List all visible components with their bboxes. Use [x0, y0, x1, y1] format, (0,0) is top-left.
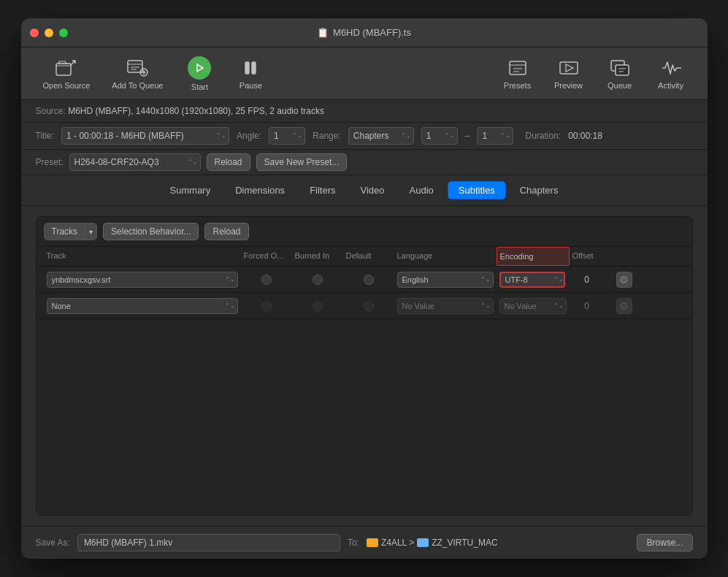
th-track: Track	[44, 247, 241, 266]
angle-select[interactable]: 1	[269, 127, 305, 145]
tab-summary[interactable]: Summary	[159, 181, 222, 199]
svg-rect-10	[616, 65, 629, 75]
encoding-select-2[interactable]: No Value	[499, 298, 567, 314]
burned-in-checkbox-2[interactable]	[313, 301, 323, 311]
gear-button-1[interactable]: ⚙	[616, 272, 632, 288]
default-cell-1	[343, 272, 394, 288]
track-select-1[interactable]: ynbdmscxgsv.srt	[47, 272, 238, 288]
forced-checkbox-2[interactable]	[261, 301, 272, 311]
presets-button[interactable]: Presets	[496, 53, 540, 94]
range-from-select[interactable]: 1	[421, 127, 458, 145]
tabs-row: Summary Dimensions Filters Video Audio S…	[21, 175, 708, 206]
folder-icon-virtu	[417, 538, 429, 547]
tab-video[interactable]: Video	[350, 181, 396, 199]
title-select[interactable]: 1 - 00:00:18 - M6HD (MBAFF)	[61, 127, 229, 145]
tracks-split-button[interactable]: Tracks ▾	[44, 223, 98, 240]
burned-in-cell-2	[292, 298, 343, 314]
save-as-input[interactable]	[77, 534, 340, 551]
source-label: Source:	[36, 106, 66, 116]
th-offset: Offset	[570, 247, 613, 266]
table-row: ynbdmscxgsv.srt	[37, 267, 692, 293]
activity-button[interactable]: Activity	[649, 53, 693, 94]
svg-rect-7	[560, 62, 578, 74]
action-cell-1: ⚙	[613, 269, 640, 291]
default-checkbox-2[interactable]	[364, 301, 374, 311]
preview-icon	[557, 58, 581, 78]
th-actions	[613, 247, 640, 266]
path-display: Z4ALL > ZZ_VIRTU_MAC	[367, 538, 630, 548]
th-forced-on: Forced O...	[241, 247, 292, 266]
to-label: To:	[348, 538, 359, 548]
maximize-button[interactable]	[59, 28, 68, 37]
encoding-cell-1: UTF-8	[497, 269, 570, 291]
range-to-select[interactable]: 1	[477, 127, 513, 145]
presets-icon	[506, 58, 529, 78]
toolbar: Open Source Add To Queue Start	[21, 47, 708, 100]
pause-icon	[239, 58, 262, 78]
selection-behavior-button[interactable]: Selection Behavior...	[103, 223, 199, 240]
gear-button-2[interactable]: ⚙	[616, 298, 632, 314]
open-source-icon	[55, 58, 78, 78]
action-cell-2: ⚙	[613, 295, 640, 317]
save-as-label: Save As:	[36, 538, 70, 548]
tracks-button-main[interactable]: Tracks	[45, 223, 86, 240]
svg-rect-0	[56, 64, 71, 75]
save-preset-button[interactable]: Save New Preset...	[256, 153, 348, 171]
th-encoding: Encoding	[497, 247, 570, 266]
table-header: Track Forced O... Burned In Default Lang…	[37, 247, 692, 267]
angle-field-label: Angle:	[237, 131, 261, 141]
offset-cell-1	[570, 272, 613, 288]
queue-button[interactable]: Queue	[598, 53, 642, 94]
open-source-button[interactable]: Open Source	[36, 53, 98, 94]
track-select-2[interactable]: None	[47, 298, 238, 314]
track-cell-2: None	[44, 295, 241, 317]
close-button[interactable]	[30, 28, 39, 37]
activity-label: Activity	[658, 81, 683, 90]
tracks-button-arrow[interactable]: ▾	[85, 223, 96, 240]
tab-subtitles[interactable]: Subtitles	[448, 181, 506, 199]
offset-input-1[interactable]	[572, 275, 602, 285]
titlebar: 📋 M6HD (MBAFF).ts	[21, 18, 708, 47]
start-label: Start	[191, 83, 208, 91]
language-cell-1: English	[394, 269, 497, 291]
burned-in-checkbox-1[interactable]	[313, 275, 323, 285]
svg-rect-5	[252, 62, 256, 74]
tab-chapters[interactable]: Chapters	[509, 181, 570, 199]
preset-row: Preset: H264-08-CRF20-AQ3 Reload Save Ne…	[21, 150, 708, 175]
content-area: Tracks ▾ Selection Behavior... Reload Tr…	[21, 206, 708, 526]
svg-rect-4	[245, 62, 249, 74]
reload-button[interactable]: Reload	[207, 153, 250, 171]
add-queue-icon	[126, 58, 149, 78]
language-select-1[interactable]: English	[397, 272, 494, 288]
tab-audio[interactable]: Audio	[399, 181, 445, 199]
browse-button[interactable]: Browse...	[637, 534, 692, 551]
tab-dimensions[interactable]: Dimensions	[224, 181, 296, 199]
burned-in-cell-1	[292, 272, 343, 288]
svg-marker-8	[566, 64, 573, 72]
preview-button[interactable]: Preview	[547, 53, 591, 94]
encoding-select-1[interactable]: UTF-8	[499, 272, 565, 288]
source-value: M6HD (MBAFF), 1440x1080 (1920x1080), 25 …	[68, 106, 324, 116]
track-table: Track Forced O... Burned In Default Lang…	[37, 247, 692, 515]
forced-checkbox-1[interactable]	[261, 275, 272, 285]
range-select[interactable]: Chapters	[348, 127, 414, 145]
language-select-2[interactable]: No Value	[397, 298, 494, 314]
encoding-cell-2: No Value	[497, 295, 570, 317]
queue-label: Queue	[608, 81, 632, 90]
minimize-button[interactable]	[45, 28, 53, 37]
app-window: 📋 M6HD (MBAFF).ts Open Source	[21, 18, 708, 559]
start-button[interactable]: Start	[177, 52, 221, 96]
subtitles-panel: Tracks ▾ Selection Behavior... Reload Tr…	[36, 216, 693, 516]
pause-button[interactable]: Pause	[229, 53, 272, 94]
default-checkbox-1[interactable]	[364, 275, 374, 285]
title-field-label: Title:	[36, 131, 55, 141]
subtitles-reload-button[interactable]: Reload	[204, 223, 248, 240]
offset-input-2[interactable]	[572, 301, 602, 311]
preset-select[interactable]: H264-08-CRF20-AQ3	[69, 153, 201, 171]
pause-label: Pause	[240, 81, 262, 90]
start-icon	[188, 56, 211, 80]
tab-filters[interactable]: Filters	[299, 181, 346, 199]
path-text: Z4ALL >	[381, 538, 414, 548]
add-to-queue-button[interactable]: Add To Queue	[104, 53, 170, 94]
th-burned-in: Burned In	[292, 247, 343, 266]
